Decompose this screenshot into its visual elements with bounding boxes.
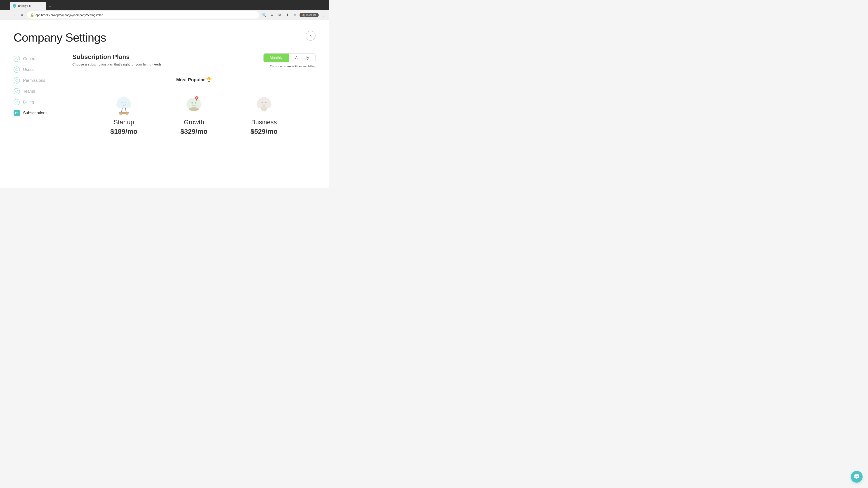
subscription-header: Subscription Plans Choose a subscription…	[72, 53, 315, 68]
startup-plan-card[interactable]: Startup $189/mo	[92, 87, 156, 140]
refresh-button[interactable]: ↺	[19, 12, 25, 18]
svg-point-15	[120, 113, 122, 115]
growth-illustration	[180, 92, 208, 119]
billing-toggle: Monthly Annually Two months free with an…	[264, 53, 315, 68]
permissions-icon	[13, 77, 20, 84]
svg-rect-5	[16, 112, 18, 114]
address-bar[interactable]: 🔒 app.breezy.hr/app/c/moodjoy/company/se…	[27, 11, 259, 19]
bookmark-icon[interactable]: ★	[269, 12, 275, 18]
browser-chrome: ‹ B Breezy HR × + ← → ↺ 🔒 app.breezy.hr/…	[0, 0, 329, 20]
tab-favicon: B	[13, 4, 16, 8]
svg-point-1	[16, 68, 18, 71]
sidebar-item-general[interactable]: General	[13, 53, 59, 64]
split-view-icon[interactable]: ⧈	[292, 12, 298, 18]
general-icon	[13, 56, 20, 62]
sidebar-label-billing: Billing	[23, 100, 34, 105]
subscription-title-section: Subscription Plans Choose a subscription…	[72, 53, 162, 66]
growth-plan-name: Growth	[184, 119, 204, 126]
tab-back-arrow[interactable]: ‹	[2, 3, 8, 9]
users-icon	[13, 66, 20, 73]
svg-point-33	[265, 102, 267, 103]
browser-toolbar: ← → ↺ 🔒 app.breezy.hr/app/c/moodjoy/comp…	[0, 10, 329, 20]
startup-plan-price: $189/mo	[110, 128, 137, 135]
annual-savings-note: Two months free with annual billing	[270, 65, 315, 68]
new-tab-button[interactable]: +	[47, 4, 53, 10]
toolbar-actions: 🔍 ★ ⧉ ⬇ ⧈ 🕵 Incognito ⋮	[261, 12, 327, 18]
back-button[interactable]: ←	[3, 12, 9, 18]
svg-point-3	[16, 90, 18, 92]
sidebar-label-teams: Teams	[23, 89, 35, 94]
close-button[interactable]: ×	[306, 31, 315, 41]
svg-point-26	[191, 102, 193, 104]
svg-point-16	[126, 113, 128, 115]
svg-point-27	[195, 102, 196, 104]
url-display: app.breezy.hr/app/c/moodjoy/company/sett…	[35, 13, 256, 17]
subscription-plans-title: Subscription Plans	[72, 53, 162, 61]
business-plan-card[interactable]: Business $529/mo	[232, 87, 296, 140]
search-icon[interactable]: 🔍	[261, 12, 268, 18]
incognito-label: Incognito	[306, 13, 316, 16]
sidebar-item-teams[interactable]: Teams	[13, 86, 59, 97]
download-icon[interactable]: ⬇	[284, 12, 290, 18]
page-title: Company Settings	[13, 31, 315, 44]
svg-point-0	[16, 58, 18, 60]
incognito-badge: 🕵 Incognito	[300, 13, 319, 18]
svg-point-10	[121, 102, 123, 103]
business-plan-name: Business	[251, 119, 277, 126]
business-illustration	[250, 92, 278, 119]
sidebar-item-users[interactable]: Users	[13, 64, 59, 75]
svg-point-4	[16, 101, 18, 103]
main-layout: General Users Permissions	[13, 53, 315, 140]
monthly-toggle-button[interactable]: Monthly	[264, 54, 289, 62]
tab-list: B Breezy HR × +	[10, 2, 318, 10]
active-tab[interactable]: B Breezy HR ×	[10, 2, 46, 10]
svg-point-9	[123, 101, 131, 108]
tab-title: Breezy HR	[18, 4, 38, 7]
extensions-icon[interactable]: ⧉	[276, 12, 283, 18]
sidebar-item-billing[interactable]: Billing	[13, 97, 59, 107]
billing-toggle-buttons: Monthly Annually	[264, 53, 315, 62]
svg-point-28	[189, 107, 199, 111]
billing-icon	[13, 99, 20, 105]
svg-point-36	[260, 106, 268, 111]
tab-close-button[interactable]: ×	[40, 4, 43, 8]
sidebar-label-general: General	[23, 57, 37, 61]
page-header: Company Settings	[13, 31, 315, 44]
growth-plan-price: $329/mo	[180, 128, 208, 135]
sidebar: General Users Permissions	[13, 53, 59, 140]
tab-bar: ‹ B Breezy HR × +	[0, 0, 329, 10]
business-plan-price: $529/mo	[250, 128, 278, 135]
most-popular-label: Most Popular 🏆	[72, 77, 315, 83]
forward-button[interactable]: →	[11, 12, 17, 18]
startup-plan-name: Startup	[114, 119, 134, 126]
subscription-plans-subtitle: Choose a subscription plan that's right …	[72, 62, 162, 66]
content-area: Subscription Plans Choose a subscription…	[72, 53, 315, 140]
sidebar-label-users: Users	[23, 67, 34, 72]
svg-point-2	[16, 79, 18, 82]
menu-button[interactable]: ⋮	[320, 12, 327, 18]
svg-line-13	[125, 108, 126, 112]
subscriptions-icon	[13, 110, 20, 116]
svg-point-25	[196, 97, 197, 99]
tab-navigation: ‹	[2, 3, 8, 9]
startup-illustration	[110, 92, 137, 119]
plans-grid: Startup $189/mo	[72, 87, 315, 140]
sidebar-item-permissions[interactable]: Permissions	[13, 75, 59, 86]
svg-point-32	[261, 102, 263, 103]
svg-point-11	[125, 102, 126, 103]
annually-toggle-button[interactable]: Annually	[289, 54, 315, 62]
sidebar-item-subscriptions[interactable]: Subscriptions	[13, 107, 59, 119]
page-content: Company Settings × General	[0, 20, 329, 188]
growth-plan-card[interactable]: Growth $329/mo	[162, 87, 225, 140]
sidebar-label-permissions: Permissions	[23, 78, 45, 83]
lock-icon: 🔒	[30, 13, 34, 17]
teams-icon	[13, 88, 20, 94]
svg-line-12	[122, 108, 122, 112]
sidebar-label-subscriptions: Subscriptions	[23, 111, 48, 116]
